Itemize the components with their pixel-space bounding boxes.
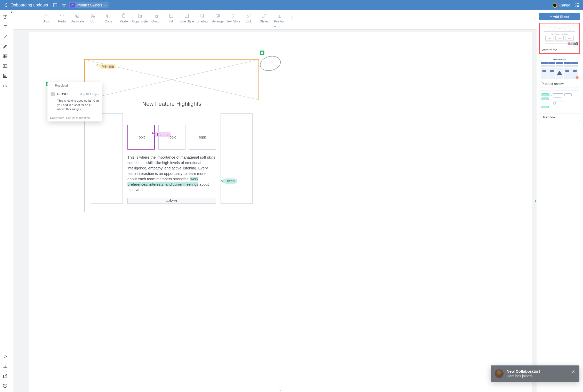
expand-left-icon[interactable]: [10, 10, 13, 392]
image-tool-icon[interactable]: [2, 62, 9, 70]
svg-rect-31: [216, 15, 219, 17]
topic-card[interactable]: Topic: [127, 125, 155, 150]
add-sheet-button[interactable]: + Add Sheet: [539, 13, 580, 20]
toolbar-arrange-button[interactable]: Arrange: [210, 12, 225, 23]
external-icon[interactable]: [2, 372, 9, 380]
ellipse-annotation[interactable]: [258, 54, 282, 73]
apps-grid-icon[interactable]: [574, 2, 580, 8]
sheet-card-product-review[interactable]: Product review Product review: [539, 57, 580, 87]
redo-icon: [59, 13, 64, 19]
svg-rect-23: [108, 15, 110, 18]
resolved-label: Resolved: [55, 84, 68, 87]
svg-rect-30: [201, 14, 204, 17]
cursor-icon: ➤: [220, 179, 225, 183]
star-icon[interactable]: [60, 2, 68, 9]
chart-tool-icon[interactable]: [2, 82, 9, 89]
app-logo-icon[interactable]: [3, 3, 9, 8]
team-selector[interactable]: C Product Owners: [69, 2, 109, 8]
fill-icon: [169, 13, 174, 19]
body-paragraph[interactable]: This is where the importance of manageri…: [127, 155, 216, 193]
styles-icon: [262, 13, 267, 19]
left-column-placeholder[interactable]: [91, 113, 123, 204]
collaborator-avatars: 2+: [568, 42, 579, 46]
sheet-thumbnail: [539, 91, 580, 113]
download-icon[interactable]: [2, 363, 9, 370]
toolbar-styles-button[interactable]: Styles: [257, 12, 271, 23]
comment-marker-icon[interactable]: [260, 51, 264, 55]
text-tool-icon[interactable]: [2, 23, 9, 30]
toolbar-label: Paste: [120, 20, 128, 23]
svg-rect-6: [577, 5, 578, 6]
toolbar-shadow-button[interactable]: Shadow: [195, 12, 209, 23]
toolbar-copy-button[interactable]: Copy: [101, 12, 116, 23]
toolbar-fill-button[interactable]: Fill: [164, 12, 179, 23]
sheet-card-user-flow[interactable]: User flow: [539, 91, 580, 121]
topic-card[interactable]: Topic: [189, 125, 216, 150]
comment-reply-input[interactable]: Reply here. Use @ to mention: [47, 114, 102, 121]
history-icon[interactable]: [2, 382, 9, 389]
feature-heading[interactable]: New Feature Highlights: [91, 101, 253, 107]
activity-icon[interactable]: [52, 2, 59, 9]
svg-point-15: [4, 65, 5, 66]
pen-tool-icon[interactable]: [2, 43, 9, 50]
svg-rect-8: [576, 6, 576, 7]
canvas-area[interactable]: ➤ Melissa New Feature Highlights Topic T…: [13, 29, 537, 392]
toolbar-label: Position: [274, 20, 285, 23]
close-icon[interactable]: ✕: [571, 369, 575, 375]
right-column-placeholder[interactable]: [221, 113, 253, 204]
table-tool-icon[interactable]: [2, 53, 9, 60]
thumb-title: New Feature Highlights: [540, 33, 579, 35]
toolbar-linestyle-button[interactable]: Line Style: [180, 12, 194, 23]
document-tool-icon[interactable]: [2, 72, 9, 79]
toolbar-group-button[interactable]: Group: [149, 12, 163, 23]
toolbar-overflow-icon[interactable]: [289, 16, 295, 19]
sheet-thumbnail: Product review: [539, 57, 580, 80]
sheet-label: User flow: [539, 113, 580, 121]
brand[interactable]: Cango: [552, 3, 570, 8]
toolbar-duplicate-button[interactable]: Duplicate: [70, 12, 85, 23]
collapse-toolbar-icon[interactable]: [13, 25, 537, 28]
toolbar-label: Arrange: [212, 20, 223, 23]
toolbar-link-button[interactable]: Link: [241, 12, 256, 23]
svg-rect-2: [576, 3, 576, 4]
copy-icon: [106, 13, 111, 19]
sheet-label: Product review: [539, 80, 580, 87]
toolbar-label: Link: [246, 20, 252, 23]
topic-card[interactable]: Topic: [158, 125, 185, 150]
left-tool-rail: [0, 10, 10, 392]
svg-rect-7: [578, 5, 579, 6]
comment-popup: Resolved Russell May 18 1:32pm This is l…: [47, 82, 102, 121]
resolved-checkbox[interactable]: [50, 84, 53, 87]
content-frame[interactable]: New Feature Highlights Topic Topic Topic…: [84, 109, 259, 212]
toolbar-copystyle-button[interactable]: Copy Style: [132, 12, 148, 23]
toolbar-cut-button[interactable]: Cut: [86, 12, 100, 23]
undo-icon: [44, 13, 49, 19]
toolbar-paste-button[interactable]: Paste: [117, 12, 131, 23]
linestyle-icon: [184, 13, 189, 19]
toolbar-label: Styles: [260, 20, 269, 23]
cursor-label: Melissa: [99, 64, 116, 69]
shapes-tool-icon[interactable]: [2, 13, 9, 21]
thumb-title: Product review: [541, 59, 578, 61]
line-tool-icon[interactable]: [2, 33, 9, 40]
sheets-panel: + Add Sheet New Feature Highlights Topic…: [537, 10, 583, 392]
comment-author: Russell: [57, 92, 68, 96]
sheet-card-wireframe[interactable]: New Feature Highlights TopicTopicTopic 2…: [539, 23, 580, 54]
thumb-topic: Topic: [555, 36, 564, 40]
collapse-right-icon[interactable]: [534, 200, 537, 203]
sheet-thumbnail: New Feature Highlights TopicTopicTopic 2…: [540, 23, 579, 46]
advert-placeholder[interactable]: Advert: [127, 198, 216, 204]
collaborator-cursor-melissa: ➤ Melissa: [96, 64, 116, 69]
expand-down-icon[interactable]: [279, 388, 282, 391]
document-title[interactable]: Onboarding updates: [11, 3, 48, 7]
toolbar-label: Shadow: [197, 20, 208, 23]
comment-timestamp: May 18 1:32pm: [79, 93, 99, 96]
toolbar-redo-button[interactable]: Redo: [55, 12, 69, 23]
toolbar-position-button[interactable]: Position: [272, 12, 287, 23]
collaborator-toast: New Collaborator! Dom has joined. ✕: [491, 365, 579, 382]
toolbar-undo-button[interactable]: Undo: [39, 12, 54, 23]
toolbar-textstyle-button[interactable]: Text Style: [226, 12, 240, 23]
play-icon[interactable]: [2, 353, 9, 360]
group-icon: [153, 13, 158, 19]
team-badge-icon: C: [70, 3, 75, 7]
